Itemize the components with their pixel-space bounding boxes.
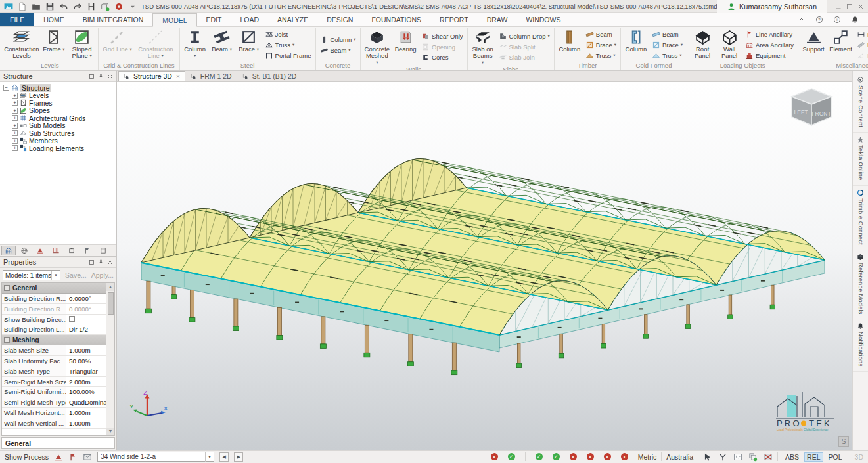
user-account[interactable]: Kumarasamy Sutharsan [717,0,827,13]
ribbon-wall-panel-button[interactable]: Wall Panel [716,28,742,62]
prop-row-slab-mesh-size[interactable]: Slab Mesh Size1.000m [2,345,106,356]
tree-item-levels[interactable]: +Levels [3,92,116,100]
chevron-down-icon[interactable]: ▾ [51,271,60,280]
tool-globe-button[interactable] [17,246,32,255]
tree-item-slopes[interactable]: +Slopes [3,107,116,115]
ribbon-brace-button[interactable]: Brace ▾ [236,28,262,62]
record-icon[interactable] [114,2,124,11]
ribbon-column-button[interactable]: Column [557,28,583,62]
app-logo-icon[interactable] [4,2,13,11]
sidebar-notifications[interactable]: Notifications [853,319,868,372]
panel-float-button[interactable] [89,74,95,79]
next-loadcase-button[interactable]: ▶ [234,452,243,462]
tool-support-button[interactable] [33,246,47,255]
open-icon[interactable] [32,2,41,11]
menu-tab-load[interactable]: LOAD [231,13,269,26]
status-light-green[interactable]: ✓ [508,453,515,460]
prop-row-wall-mesh-horizont[interactable]: Wall Mesh Horizont...1.000m [2,408,106,418]
prop-row-show-building-direc[interactable]: Show Building Direc... [2,315,106,325]
info-icon[interactable]: i [833,16,841,24]
prop-section-general[interactable]: −General [2,283,106,294]
3d-model[interactable] [117,82,852,450]
ribbon-portal-frame-button[interactable]: Portal Frame [263,51,313,60]
branch-icon[interactable] [718,452,727,462]
models-selector[interactable]: Models: 1 items ▾ [3,270,60,280]
ribbon-frame-button[interactable]: Frame ▾ [41,28,67,62]
status-light-green[interactable]: ✓ [536,453,543,460]
prop-row-slab-uniformity-fac[interactable]: Slab Uniformity Fac...50.00% [2,356,106,366]
tree-item-members[interactable]: +Members [3,137,116,145]
collapse-icon[interactable]: − [3,85,9,91]
view-tab-st-b1-b1-2d[interactable]: St. B1 (B1) 2D [237,71,302,81]
close-tab-icon[interactable]: × [176,73,180,80]
ribbon-column-drop-button[interactable]: Column Drop▾ [497,32,551,41]
scroll-down-icon[interactable]: ▼ [106,428,114,435]
minimize-button[interactable] [834,3,843,11]
view-cube[interactable]: LEFT FRONT [788,87,835,133]
ribbon-grid-line-button[interactable]: Grid Line ▾ [101,28,133,62]
prop-section-meshing[interactable]: −Meshing [2,335,106,345]
ribbon-beam-button[interactable]: Beam [584,30,618,39]
new-file-icon[interactable] [18,2,27,11]
grid-h-icon[interactable] [87,2,96,11]
expand-icon[interactable]: + [12,123,18,129]
ribbon-line-ancillary-button[interactable]: Line Ancillary [744,30,795,39]
expand-icon[interactable]: + [12,93,18,99]
expand-icon[interactable]: + [12,108,18,114]
prop-row-building-direction-r[interactable]: Building Direction R...0.0000° [2,304,106,315]
menu-tab-home[interactable]: HOME [34,13,74,26]
ribbon-equipment-button[interactable]: Equipment [744,51,795,60]
tool-structure-button[interactable] [1,246,16,255]
menu-tab-analyze[interactable]: ANALYZE [268,13,317,26]
apply-button[interactable]: Apply... [91,271,114,279]
redo-icon[interactable] [73,2,82,11]
menu-tab-draw[interactable]: DRAW [478,13,517,26]
pointer-icon[interactable] [703,452,712,462]
ribbon-slab-split-button[interactable]: Slab Split [497,42,551,52]
prop-row-semi-rigid-mesh-type[interactable]: Semi-Rigid Mesh TypeQuadDominant [2,397,106,408]
scrollbar-thumb[interactable] [108,292,114,315]
tree-item-sub-models[interactable]: +Sub Models [3,122,116,130]
ribbon-sloped-plane-button[interactable]: Sloped Plane ▾ [68,28,96,62]
ribbon-truss-button[interactable]: Truss▾ [651,51,684,60]
properties-scrollbar[interactable]: ▲ ▼ [106,283,114,435]
status-light-red[interactable]: • [587,453,594,460]
ribbon-measure-angle-button[interactable]: Measure Angle [856,51,868,60]
menu-tab-design[interactable]: DESIGN [317,13,362,26]
coord-mode-abs[interactable]: ABS [783,452,802,462]
ribbon-roof-panel-button[interactable]: Roof Panel [689,28,716,62]
process-red-icon[interactable] [54,452,63,462]
expand-icon[interactable]: + [12,138,18,144]
ribbon-element-button[interactable]: Element [827,28,854,62]
prop-row-semi-rigid-uniformi[interactable]: Semi-Rigid Uniformi...100.00% [2,387,106,397]
tab-overflow-icon[interactable] [843,72,851,80]
close-button[interactable] [107,259,113,265]
tree-item-frames[interactable]: +Frames [3,99,116,107]
sidebar-tekla-online[interactable]: Tekla Online [853,133,868,186]
ribbon-beam-button[interactable]: Beam ▾ [209,28,235,62]
checkbox[interactable] [69,316,75,322]
units-label[interactable]: Metric [638,453,657,461]
expand-icon[interactable]: + [12,145,18,151]
ribbon-truss-button[interactable]: Truss▾ [584,51,618,60]
scroll-up-icon[interactable]: ▲ [106,283,114,291]
menu-tab-file[interactable]: FILE [0,13,34,26]
help-icon[interactable]: ? [815,16,823,24]
ribbon-slab-join-button[interactable]: Slab Join [497,53,551,62]
menu-tab-foundations[interactable]: FOUNDATIONS [362,13,430,26]
model-canvas[interactable]: LEFT FRONT Z X Y PRO TEK Local Professio… [117,82,852,450]
loadcase-selector[interactable]: 34 Wind side 1-2-a ▾ [97,452,214,462]
view-tab-structure-3d[interactable]: Structure 3D× [118,71,185,81]
flag-red-icon[interactable] [68,452,78,462]
ribbon-opening-button[interactable]: Opening [420,42,465,52]
undo-icon[interactable] [59,2,68,11]
panel-float-button[interactable] [89,259,95,265]
ribbon-beam-button[interactable]: Beam [651,30,684,39]
ribbon-cores-button[interactable]: Cores [420,53,465,62]
qat-dropdown-icon[interactable] [128,2,137,11]
tree-item-sub-structures[interactable]: +Sub Structures [3,129,116,137]
panel-pin-button[interactable] [98,259,104,265]
sidebar-scene-content[interactable]: Scene Content [853,73,868,133]
expand-icon[interactable]: + [12,100,18,106]
prop-row-building-direction-r[interactable]: Building Direction R...0.0000° [2,294,106,304]
